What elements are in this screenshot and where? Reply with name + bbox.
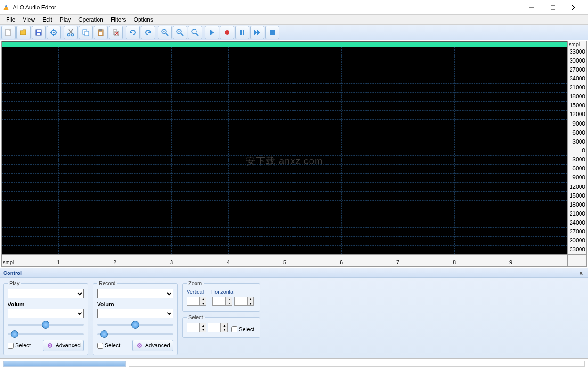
play-group: Play Volum Select Advanced xyxy=(3,281,88,355)
toolbar-settings[interactable] xyxy=(47,26,61,39)
y-tick: 18000 xyxy=(570,201,585,208)
toolbar-zoom-in[interactable] xyxy=(158,26,172,39)
zoom-horizontal-input-1[interactable] xyxy=(212,297,226,306)
toolbar-record[interactable] xyxy=(220,26,234,39)
save-icon xyxy=(34,28,43,37)
gear-icon xyxy=(46,342,54,349)
menubar: File View Edit Play Operation Filters Op… xyxy=(0,15,588,25)
record-device-select[interactable] xyxy=(97,289,173,298)
y-tick: 15000 xyxy=(570,102,585,109)
menu-view[interactable]: View xyxy=(19,16,39,24)
y-tick: 0 xyxy=(582,147,585,154)
zoom-horizontal-spinner-1[interactable]: ▲▼ xyxy=(226,297,232,306)
zoom-vertical-spinner[interactable]: ▲▼ xyxy=(200,297,206,306)
toolbar-stop[interactable] xyxy=(265,26,279,39)
toolbar-undo[interactable] xyxy=(126,26,140,39)
control-panel: Control x Play Volum Select Advanced Rec… xyxy=(0,268,588,358)
y-tick: 27000 xyxy=(570,66,585,73)
titlebar: ALO Audio Editor xyxy=(0,0,588,15)
play-volume-select[interactable] xyxy=(8,309,84,318)
app-icon xyxy=(2,4,10,11)
play-device-select[interactable] xyxy=(8,289,84,298)
zoom-vertical-input[interactable] xyxy=(187,297,200,306)
play-balance-slider[interactable] xyxy=(8,333,84,335)
y-tick: 9000 xyxy=(572,120,585,127)
y-tick: 33000 xyxy=(570,48,585,55)
menu-operation[interactable]: Operation xyxy=(74,16,107,24)
toolbar-zoom[interactable] xyxy=(188,26,202,39)
maximize-button[interactable] xyxy=(542,1,564,14)
toolbar-play[interactable] xyxy=(205,26,219,39)
zoom-out-icon xyxy=(176,28,184,37)
zoom-vertical-label: Vertical xyxy=(187,289,204,295)
waveform-area: smpl 安下载 anxz.com 3300030000270002400021… xyxy=(1,41,587,267)
close-button[interactable] xyxy=(564,1,586,14)
menu-file[interactable]: File xyxy=(2,16,19,24)
toolbar-redo[interactable] xyxy=(141,26,155,39)
play-volume-label: Volum xyxy=(8,301,84,308)
svg-point-10 xyxy=(53,32,55,33)
toolbar-paste[interactable] xyxy=(94,26,108,39)
paste-icon xyxy=(97,28,105,37)
select-to-input[interactable] xyxy=(208,323,221,332)
pause-icon xyxy=(238,28,246,37)
toolbar-delete[interactable] xyxy=(109,26,123,39)
minimize-button[interactable] xyxy=(521,1,542,14)
svg-line-18 xyxy=(69,29,72,34)
zoom-icon xyxy=(191,28,199,37)
record-advanced-button[interactable]: Advanced xyxy=(132,340,173,351)
zoom-in-icon xyxy=(161,28,169,37)
toolbar xyxy=(0,25,588,40)
play-select-checkbox[interactable]: Select xyxy=(8,342,31,349)
svg-point-16 xyxy=(72,33,74,36)
record-volume-slider[interactable] xyxy=(97,324,173,326)
x-unit-label: smpl xyxy=(3,259,14,265)
select-checkbox[interactable]: Select xyxy=(231,326,254,333)
zoom-horizontal-spinner-2[interactable]: ▲▼ xyxy=(247,297,254,306)
toolbar-copy[interactable] xyxy=(79,26,93,39)
toolbar-new[interactable] xyxy=(1,26,16,39)
x-tick: 9 xyxy=(509,259,512,265)
stop-icon xyxy=(268,28,277,37)
record-select-checkbox[interactable]: Select xyxy=(97,342,120,349)
toolbar-save[interactable] xyxy=(32,26,46,39)
x-tick: 7 xyxy=(396,259,399,265)
open-icon xyxy=(19,28,28,37)
x-tick: 5 xyxy=(283,259,286,265)
zoom-horizontal-input-2[interactable] xyxy=(234,297,247,306)
statusbar xyxy=(0,358,588,369)
zoom-horizontal-label: Horizontal xyxy=(211,289,235,295)
record-balance-slider[interactable] xyxy=(97,333,173,335)
menu-edit[interactable]: Edit xyxy=(39,16,56,24)
status-area xyxy=(129,361,585,367)
toolbar-zoom-out[interactable] xyxy=(173,26,187,39)
waveform-canvas[interactable]: 安下载 anxz.com xyxy=(2,47,567,254)
y-tick: 12000 xyxy=(570,111,585,118)
y-tick: 24000 xyxy=(570,219,585,226)
play-advanced-button[interactable]: Advanced xyxy=(43,340,84,351)
svg-point-15 xyxy=(68,33,70,36)
toolbar-open[interactable] xyxy=(16,26,31,39)
gear-icon xyxy=(49,28,58,37)
select-from-input[interactable] xyxy=(187,323,200,332)
toolbar-pause[interactable] xyxy=(235,26,249,39)
menu-filters[interactable]: Filters xyxy=(107,16,130,24)
menu-options[interactable]: Options xyxy=(130,16,157,24)
zoom-label: Zoom xyxy=(187,281,204,286)
svg-line-36 xyxy=(196,33,198,36)
menu-play[interactable]: Play xyxy=(56,16,74,24)
y-tick: 6000 xyxy=(572,165,585,172)
y-tick: 30000 xyxy=(570,237,585,244)
y-tick: 3000 xyxy=(572,138,585,145)
play-volume-slider[interactable] xyxy=(8,324,84,326)
select-to-spinner[interactable]: ▲▼ xyxy=(221,323,228,332)
toolbar-forward[interactable] xyxy=(250,26,264,39)
toolbar-cut[interactable] xyxy=(64,26,78,39)
x-tick: 1 xyxy=(57,259,60,265)
svg-point-37 xyxy=(225,30,229,35)
record-volume-select[interactable] xyxy=(97,309,173,318)
overview-bar[interactable] xyxy=(2,41,567,47)
record-group: Record Volum Select Advanced xyxy=(93,281,178,355)
select-from-spinner[interactable]: ▲▼ xyxy=(200,323,206,332)
control-close-button[interactable]: x xyxy=(578,270,585,276)
